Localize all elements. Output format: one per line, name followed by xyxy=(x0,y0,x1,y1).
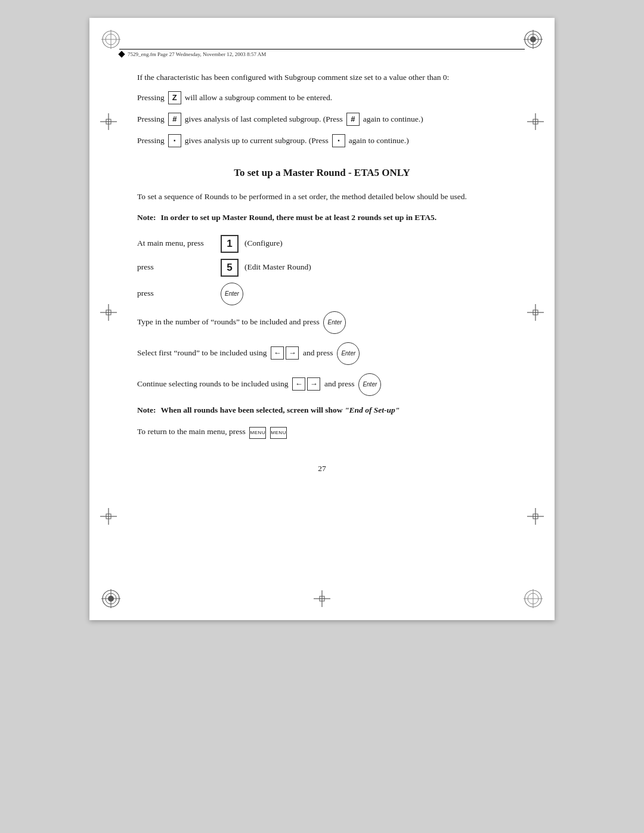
continue-select-text: Continue selecting rounds to be included… xyxy=(137,373,507,396)
key-menu-1: MENU xyxy=(249,427,266,439)
pressing-row-dot: Pressing · gives analysis up to current … xyxy=(137,134,507,147)
page-number: 27 xyxy=(137,463,507,475)
note-1: Note: In order to set up Master Round, t… xyxy=(137,212,507,224)
note1-label: Note: xyxy=(137,212,156,224)
header-text: 7529_eng.fm Page 27 Wednesday, November … xyxy=(128,51,266,57)
key-enter-2: Enter xyxy=(323,311,346,334)
pressing-label-dot: Pressing xyxy=(137,135,165,147)
key-right-1: → xyxy=(286,346,299,360)
instr-row-2: press 5 (Edit Master Round) xyxy=(137,259,507,277)
instr-desc-2: (Edit Master Round) xyxy=(244,261,311,273)
return-label: To return to the main menu, press xyxy=(137,427,246,436)
key-left-2: ← xyxy=(292,377,305,391)
header-line: 7529_eng.fm Page 27 Wednesday, November … xyxy=(119,49,525,57)
key-enter-1: Enter xyxy=(221,283,243,305)
svg-point-8 xyxy=(530,36,536,42)
instr-label-3: press xyxy=(137,287,215,299)
select-first-text: Select first “round” to be included usin… xyxy=(137,342,507,365)
return-text: To return to the main menu, press MENU M… xyxy=(137,426,507,439)
key-right-2: → xyxy=(307,377,320,391)
key-enter-4: Enter xyxy=(358,373,381,396)
header-diamond xyxy=(118,51,125,57)
key-dot-2: · xyxy=(332,134,345,147)
and-press-1: and press xyxy=(303,348,333,357)
note1-text: In order to set up Master Round, there m… xyxy=(160,212,436,224)
and-press-2: and press xyxy=(324,379,355,388)
left-right-keys-1: ← → xyxy=(271,346,299,360)
corner-decoration-tl xyxy=(100,29,122,50)
instr-label-2: press xyxy=(137,261,215,273)
key-1: 1 xyxy=(221,235,239,253)
side-mark-left-bot xyxy=(100,508,117,525)
section-heading: To set up a Master Round - ETA5 ONLY xyxy=(137,165,507,181)
note-2: Note: When all rounds have been selected… xyxy=(137,404,507,416)
pressing-label-hash: Pressing xyxy=(137,113,165,125)
pressing-desc-z: will allow a subgroup comment to be ente… xyxy=(185,92,332,104)
side-mark-right-top xyxy=(527,113,544,130)
side-mark-left-mid xyxy=(100,304,117,321)
page: 7529_eng.fm Page 27 Wednesday, November … xyxy=(89,18,555,620)
pressing-label-z: Pressing xyxy=(137,92,165,104)
key-menu-2: MENU xyxy=(270,427,287,439)
section-intro: To set a sequence of Rounds to be perfor… xyxy=(137,191,507,203)
key-left-1: ← xyxy=(271,346,284,360)
note2-label: Note: xyxy=(137,404,156,416)
select-first-label: Select first “round” to be included usin… xyxy=(137,348,267,357)
instr-label-1: At main menu, press xyxy=(137,237,215,249)
continue-select-label: Continue selecting rounds to be included… xyxy=(137,379,288,388)
pressing-desc-dot-end: again to continue.) xyxy=(349,135,409,147)
instr-desc-1: (Configure) xyxy=(244,237,283,249)
type-rounds-label: Type in the number of “rounds” to be inc… xyxy=(137,317,320,326)
key-hash-2: # xyxy=(346,113,360,126)
pressing-desc-dot: gives analysis up to current subgroup. (… xyxy=(185,135,329,147)
side-mark-right-mid xyxy=(527,304,544,321)
corner-decoration-bl xyxy=(100,588,122,609)
key-hash-1: # xyxy=(168,113,181,126)
type-rounds-text: Type in the number of “rounds” to be inc… xyxy=(137,311,507,334)
instr-row-3: press Enter xyxy=(137,283,507,305)
key-5: 5 xyxy=(221,259,239,277)
left-right-keys-2: ← → xyxy=(292,377,320,391)
pressing-row-hash: Pressing # gives analysis of last comple… xyxy=(137,113,507,126)
bottom-center-mark xyxy=(314,590,330,609)
pressing-desc-hash-end: again to continue.) xyxy=(363,113,423,125)
corner-decoration-br xyxy=(522,588,544,609)
instr-row-1: At main menu, press 1 (Configure) xyxy=(137,235,507,253)
key-dot-1: · xyxy=(168,134,181,147)
svg-point-13 xyxy=(108,596,114,602)
pressing-row-z: Pressing Z will allow a subgroup comment… xyxy=(137,91,507,104)
side-mark-right-bot xyxy=(527,508,544,525)
corner-decoration-tr xyxy=(522,29,544,50)
intro-para: If the characteristic has been configure… xyxy=(137,72,507,84)
pressing-desc-hash: gives analysis of last completed subgrou… xyxy=(185,113,343,125)
note2-text: When all rounds have been selected, scre… xyxy=(160,404,400,416)
key-z: Z xyxy=(168,91,181,104)
key-enter-3: Enter xyxy=(337,342,360,365)
side-mark-left-top xyxy=(100,113,117,130)
